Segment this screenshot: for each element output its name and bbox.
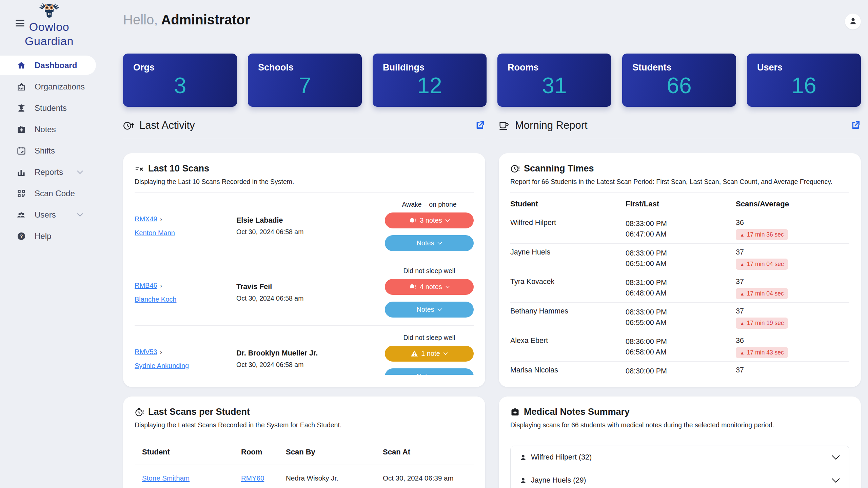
last-scan: 06:47:00 AM (626, 229, 736, 240)
scan-status: Awake – on phone (385, 201, 474, 208)
home-icon (16, 60, 26, 70)
button-label: 1 note (421, 350, 440, 358)
medical-bag-icon (510, 407, 520, 417)
accordion-item[interactable]: Wilfred Hilpert (32) (511, 446, 849, 469)
notes-button[interactable]: Notes (385, 368, 474, 375)
warning-triangle-icon: ▲ (740, 291, 745, 297)
notes-button[interactable]: Notes (385, 302, 474, 318)
stat-card-schools[interactable]: Schools 7 (248, 54, 362, 107)
sidebar-item-dashboard[interactable]: Dashboard (0, 56, 96, 75)
button-label: 4 notes (420, 283, 442, 291)
stat-value: 31 (508, 74, 601, 97)
left-column: Last Activity Last 10 Scans Displaying t… (123, 117, 485, 488)
owl-logo-icon (38, 14, 60, 19)
room-link[interactable]: RMY60 (241, 474, 264, 482)
column-header: First/Last (626, 200, 736, 208)
scan-time: Oct 30, 2024 06:58 am (236, 228, 385, 236)
chevron-down-icon (831, 478, 840, 483)
username: Administrator (161, 12, 250, 27)
alert-notes-button[interactable]: 3 notes (385, 212, 474, 228)
column-header: Student (510, 200, 626, 208)
calendar-edit-icon (16, 146, 26, 156)
stat-card-students[interactable]: Students 66 (622, 54, 736, 107)
sidebar-item-label: Dashboard (35, 61, 77, 70)
card-subtitle: Displaying the Latest Scans Recorded in … (135, 421, 474, 429)
main-content: Hello,Administrator Orgs 3 Schools 7 Bui… (123, 0, 861, 488)
scan-student-cell: Dr. Brooklyn Mueller Jr. Oct 30, 2024 06… (236, 349, 385, 369)
chevron-down-icon (77, 213, 83, 217)
scan-room-cell: RMB46› Blanche Koch (135, 282, 236, 303)
stat-card-users[interactable]: Users 16 (747, 54, 861, 107)
table-row: Stone Smitham RMY60 Nedra Wisoky Jr. Oct… (135, 465, 474, 488)
button-label: 3 notes (420, 217, 442, 224)
last-activity-header: Last Activity (123, 117, 485, 134)
external-link-icon[interactable] (850, 120, 861, 131)
student-name: Dr. Brooklyn Mueller Jr. (236, 349, 385, 358)
chevron-down-icon (437, 308, 442, 311)
accordion-label: Jayne Huels (29) (531, 476, 586, 485)
hamburger-menu-icon[interactable] (16, 20, 24, 26)
sidebar-item-notes[interactable]: Notes (0, 120, 98, 139)
average-value: 17 min 19 sec (747, 320, 784, 327)
first-scan: 08:33:00 PM (626, 248, 736, 259)
room-link[interactable]: RMV53 (135, 348, 157, 355)
divider (123, 138, 485, 138)
sidebar-item-label: Organizations (35, 82, 85, 92)
scanning-times-table: Student First/Last Scans/Average Wilfred… (510, 193, 849, 375)
stat-card-buildings[interactable]: Buildings 12 (373, 54, 487, 107)
scan-time: Oct 30, 2024 06:58 am (236, 294, 385, 302)
student-link[interactable]: Stone Smitham (142, 474, 190, 482)
student-name: Wilfred Hilpert (510, 217, 626, 227)
last-scan: 06:55:00 AM (626, 318, 736, 328)
sidebar-item-label: Users (35, 210, 56, 220)
scanned-by-link[interactable]: Sydnie Ankunding (135, 362, 189, 369)
medical-notes-accordion: Wilfred Hilpert (32) Jayne Huels (29) (510, 446, 849, 488)
stat-card-orgs[interactable]: Orgs 3 (123, 54, 237, 107)
student-name: Jayne Huels (510, 247, 626, 257)
last-scan: 06:48:00 AM (626, 288, 736, 299)
sidebar-item-students[interactable]: Students (0, 98, 98, 118)
room-link[interactable]: RMB46 (135, 282, 157, 289)
chevron-down-icon (443, 352, 448, 355)
scan-actions-cell: Awake – on phone 3 notes Notes (385, 201, 474, 251)
sidebar-item-scan-code[interactable]: Scan Code (0, 184, 98, 203)
scan-count: 37 (736, 278, 849, 286)
sidebar-item-label: Students (35, 103, 67, 113)
scan-row: RMB46› Blanche Koch Travis Feil Oct 30, … (135, 259, 474, 326)
scan-status: Did not sleep well (385, 267, 474, 275)
caret-right-icon: › (160, 348, 162, 355)
average-frequency-badge: ▲17 min 04 sec (736, 288, 788, 299)
user-avatar[interactable] (845, 14, 861, 29)
student-name: Marisa Nicolas (510, 365, 626, 374)
medical-bag-icon (16, 124, 26, 135)
scan-by-value: Nedra Wisoky Jr. (278, 474, 375, 482)
card-title-row: Medical Notes Summary (510, 407, 849, 417)
person-icon (849, 17, 857, 27)
sidebar-item-organizations[interactable]: Organizations (0, 77, 98, 96)
sidebar-item-help[interactable]: ? Help (0, 226, 98, 246)
scanned-by-link[interactable]: Kenton Mann (135, 229, 175, 237)
room-link[interactable]: RMX49 (135, 215, 157, 223)
scan-list-icon (135, 164, 144, 174)
scanned-by-link[interactable]: Blanche Koch (135, 296, 176, 303)
chevron-down-icon (445, 285, 450, 288)
external-link-icon[interactable] (474, 120, 485, 131)
accordion-item[interactable]: Jayne Huels (29) (511, 469, 849, 488)
notes-button[interactable]: Notes (385, 235, 474, 251)
stat-card-rooms[interactable]: Rooms 31 (497, 54, 611, 107)
alert-notes-button[interactable]: 1 note (385, 346, 474, 362)
bell-alert-icon (409, 283, 417, 291)
warning-triangle-icon: ▲ (740, 262, 745, 267)
sidebar-item-users[interactable]: Users (0, 205, 98, 224)
accordion-label: Wilfred Hilpert (32) (531, 453, 592, 462)
sidebar-item-reports[interactable]: Reports (0, 162, 98, 182)
sidebar-nav: Dashboard Organizations Students Notes S… (0, 56, 98, 246)
scan-room-cell: RMV53› Sydnie Ankunding (135, 348, 236, 370)
stat-label: Students (632, 62, 726, 73)
sidebar-item-shifts[interactable]: Shifts (0, 141, 98, 160)
alert-notes-button[interactable]: 4 notes (385, 279, 474, 295)
warning-triangle-icon: ▲ (740, 350, 745, 355)
first-scan: 08:31:00 PM (626, 278, 736, 288)
student-name: Elsie Labadie (236, 216, 385, 225)
button-label: Notes (416, 306, 434, 313)
